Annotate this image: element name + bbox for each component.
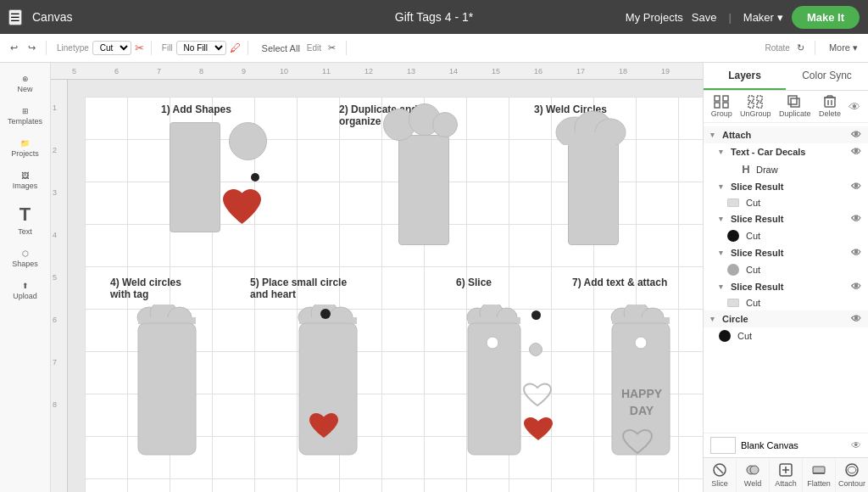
flatten-button[interactable]: Flatten bbox=[803, 458, 836, 492]
blank-canvas-eye-icon[interactable]: 👁 bbox=[851, 439, 861, 451]
attach-button[interactable]: Attach bbox=[770, 458, 803, 492]
sidebar-item-new[interactable]: ⊕ New bbox=[4, 70, 47, 98]
sidebar-item-upload[interactable]: ⬆ Upload bbox=[4, 277, 47, 305]
layer-section-slice2[interactable]: ▾ Slice Result 👁 bbox=[712, 210, 868, 227]
svg-rect-3 bbox=[566, 132, 615, 145]
select-all-button[interactable]: Select All bbox=[259, 42, 303, 55]
my-projects-button[interactable]: My Projects bbox=[626, 11, 683, 24]
sidebar-label-text: Text bbox=[18, 227, 32, 236]
step5-dot bbox=[320, 309, 331, 319]
sidebar-label-templates: Templates bbox=[8, 117, 42, 126]
layer-section-slice4[interactable]: ▾ Slice Result 👁 bbox=[712, 278, 868, 295]
draw-h-icon: H bbox=[739, 163, 753, 176]
svg-rect-8 bbox=[138, 323, 196, 455]
fill-label: Fill bbox=[162, 43, 173, 53]
tab-color-sync[interactable]: Color Sync bbox=[786, 63, 868, 90]
delete-button[interactable]: Delete bbox=[819, 95, 841, 118]
maker-button[interactable]: Maker ▾ bbox=[743, 11, 783, 24]
svg-rect-29 bbox=[723, 96, 728, 101]
canvas-scroll[interactable]: 5 6 7 8 9 10 11 12 13 14 15 16 17 18 19 … bbox=[51, 63, 703, 492]
expand-attach-icon: ▾ bbox=[710, 131, 719, 139]
delete-icon bbox=[824, 95, 836, 109]
hamburger-button[interactable]: ☰ bbox=[8, 9, 22, 25]
slice2-dot-icon bbox=[727, 230, 739, 242]
expand-slice3-icon: ▾ bbox=[719, 249, 727, 257]
separator: | bbox=[728, 11, 731, 24]
ungroup-button[interactable]: UnGroup bbox=[740, 95, 771, 118]
more-button[interactable]: More ▾ bbox=[826, 41, 861, 55]
linetype-label: Linetype bbox=[57, 43, 89, 53]
duplicate-button[interactable]: Duplicate bbox=[779, 95, 811, 118]
sidebar-item-templates[interactable]: ⊞ Templates bbox=[4, 102, 47, 131]
slice-button[interactable]: Slice bbox=[704, 458, 737, 492]
save-button[interactable]: Save bbox=[692, 11, 717, 24]
projects-icon: 📁 bbox=[20, 139, 30, 148]
layer-slice4-item[interactable]: Cut bbox=[721, 295, 868, 310]
panel-tabs: Layers Color Sync bbox=[704, 63, 868, 91]
layer-section-circle[interactable]: ▾ Circle 👁 bbox=[704, 310, 868, 327]
nav-buttons: My Projects Save | Maker ▾ Make It bbox=[626, 6, 860, 29]
duplicate-icon bbox=[787, 95, 803, 109]
eye-toggle-top[interactable]: 👁 bbox=[849, 100, 860, 114]
layer-section-slice3[interactable]: ▾ Slice Result 👁 bbox=[712, 244, 868, 261]
slice4-cut-label: Cut bbox=[746, 298, 861, 308]
canvas-area[interactable]: 5 6 7 8 9 10 11 12 13 14 15 16 17 18 19 … bbox=[51, 63, 703, 492]
step2-rect[interactable] bbox=[398, 135, 449, 245]
svg-rect-31 bbox=[723, 103, 728, 108]
slice3-eye-icon[interactable]: 👁 bbox=[851, 247, 861, 259]
slice2-cut-label: Cut bbox=[746, 231, 861, 241]
sidebar-item-images[interactable]: 🖼 Images bbox=[4, 166, 47, 195]
canvas-background[interactable]: 1) Add Shapes 2) Duplicate and organiz bbox=[85, 97, 703, 492]
svg-rect-36 bbox=[791, 98, 799, 107]
toolbar-select-all: Select All Edit ✂ bbox=[259, 41, 347, 55]
contour-button[interactable]: Contour bbox=[836, 458, 868, 492]
make-it-button[interactable]: Make It bbox=[792, 6, 860, 29]
rotate-button[interactable]: ↻ bbox=[793, 41, 808, 55]
slice4-label: Slice Result bbox=[731, 282, 848, 292]
step1-circle[interactable] bbox=[229, 122, 267, 160]
edit-button[interactable]: ✂ bbox=[325, 41, 339, 55]
svg-rect-37 bbox=[788, 96, 797, 104]
sidebar-item-text[interactable]: T Text bbox=[4, 198, 47, 241]
group-button[interactable]: Group bbox=[711, 95, 732, 118]
undo-button[interactable]: ↩ bbox=[7, 41, 21, 55]
step4-tag[interactable] bbox=[134, 305, 202, 465]
layer-slice1-item[interactable]: Cut bbox=[721, 195, 868, 210]
sidebar-label-upload: Upload bbox=[13, 292, 37, 300]
circle-eye-icon[interactable]: 👁 bbox=[851, 313, 861, 325]
expand-slice2-icon: ▾ bbox=[719, 215, 727, 223]
attach-eye-icon[interactable]: 👁 bbox=[851, 129, 861, 141]
toolbar-undo-redo: ↩ ↪ bbox=[7, 41, 47, 55]
redo-button[interactable]: ↪ bbox=[25, 41, 39, 55]
slice2-eye-icon[interactable]: 👁 bbox=[851, 213, 861, 225]
step4-label: 4) Weld circles with tag bbox=[110, 277, 181, 300]
draw-label: Draw bbox=[756, 165, 861, 175]
step3-rect[interactable] bbox=[568, 135, 619, 245]
step1-heart[interactable] bbox=[219, 186, 265, 232]
slice4-eye-icon[interactable]: 👁 bbox=[851, 281, 861, 293]
layer-section-attach[interactable]: ▾ Attach 👁 bbox=[704, 126, 868, 143]
svg-text:HAPPY: HAPPY bbox=[621, 387, 663, 400]
toolbar-rotate: Rotate ↻ bbox=[765, 41, 815, 55]
linetype-select[interactable]: Cut bbox=[92, 41, 131, 55]
layer-slice3-item[interactable]: Cut bbox=[721, 261, 868, 278]
step6-tag[interactable] bbox=[465, 305, 526, 465]
text-eye-icon[interactable]: 👁 bbox=[851, 146, 861, 158]
step1-rect[interactable] bbox=[170, 122, 220, 232]
layer-circle-item[interactable]: Cut bbox=[712, 327, 868, 344]
fill-select[interactable]: No Fill bbox=[176, 41, 226, 55]
sidebar-item-projects[interactable]: 📁 Projects bbox=[4, 134, 47, 163]
layer-section-slice1[interactable]: ▾ Slice Result 👁 bbox=[712, 178, 868, 195]
tab-layers[interactable]: Layers bbox=[704, 63, 786, 90]
slice3-label: Slice Result bbox=[731, 248, 848, 258]
step2-circle3[interactable] bbox=[432, 112, 458, 137]
sidebar-item-shapes[interactable]: ⬡ Shapes bbox=[4, 244, 47, 273]
layer-draw-item[interactable]: H Draw bbox=[721, 160, 868, 178]
weld-button[interactable]: Weld bbox=[737, 458, 770, 492]
slice1-eye-icon[interactable]: 👁 bbox=[851, 181, 861, 193]
rotate-label: Rotate bbox=[765, 43, 789, 53]
layer-slice2-item[interactable]: Cut bbox=[721, 227, 868, 244]
layers-list: ▾ Attach 👁 ▾ Text - Car Decals 👁 H Draw … bbox=[704, 123, 868, 433]
layer-section-text-car-decals[interactable]: ▾ Text - Car Decals 👁 bbox=[712, 143, 868, 160]
expand-slice1-icon: ▾ bbox=[719, 182, 727, 191]
